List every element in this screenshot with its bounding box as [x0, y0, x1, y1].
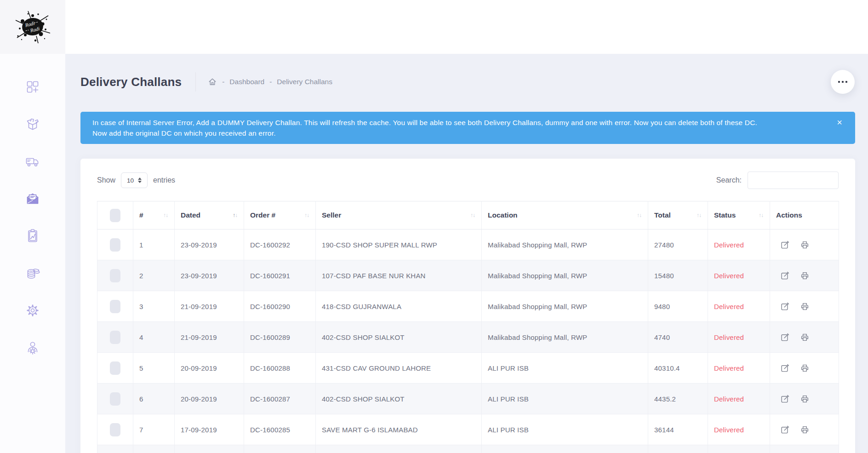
- home-icon[interactable]: [208, 77, 217, 86]
- cell-seller: 402-CSD SHOP SIALKOT: [316, 322, 482, 353]
- cell-seller: 431-CSD CAV GROUND LAHORE: [316, 353, 482, 384]
- row-select-cell: [97, 291, 133, 322]
- brand-logo[interactable]: Radi Radi: [0, 0, 65, 54]
- open-mail-icon: [23, 189, 42, 208]
- breadcrumb-item-dashboard[interactable]: Dashboard: [229, 78, 264, 86]
- cell-actions: [770, 414, 839, 445]
- column-header-actions: Actions: [770, 201, 839, 229]
- sort-arrows-icon: ↑↓: [693, 212, 701, 218]
- page-length-control: Show 10 entries: [97, 172, 175, 188]
- row-select-cell: [97, 414, 133, 445]
- edit-icon: [781, 302, 789, 311]
- breadcrumb-item-delivery-challans[interactable]: Delivery Challans: [277, 78, 332, 86]
- sort-arrows-icon: ↑↓: [633, 212, 641, 218]
- row-select-cell: [97, 384, 133, 414]
- row-checkbox[interactable]: [110, 423, 120, 436]
- column-header-status[interactable]: Status↑↓: [708, 201, 770, 229]
- edit-challan-button[interactable]: [781, 395, 789, 403]
- challans-table: #↑↓Dated↑↓Order #↑↓Seller↑↓Location↑↓Tot…: [97, 201, 839, 453]
- page-title: Delivery Challans: [80, 75, 182, 89]
- row-checkbox[interactable]: [110, 361, 120, 375]
- cell-order: DC-1600285: [244, 414, 316, 445]
- select-all-checkbox[interactable]: [110, 209, 120, 222]
- cell-total: 4435.2: [648, 384, 708, 414]
- cell-total: 27480: [648, 229, 708, 260]
- cell-total: 9480: [648, 291, 708, 322]
- cell-num: 2: [133, 260, 175, 291]
- edit-challan-button[interactable]: [781, 333, 789, 342]
- column-header-seller[interactable]: Seller↑↓: [316, 201, 482, 229]
- page-header: Delivery Challans - Dashboard - Delivery…: [80, 70, 855, 93]
- print-challan-button[interactable]: [800, 425, 809, 434]
- entries-label: entries: [153, 176, 175, 184]
- edit-challan-button[interactable]: [781, 425, 789, 434]
- alert-close-button[interactable]: ×: [834, 117, 845, 128]
- sidebar-item-settings[interactable]: [23, 301, 42, 320]
- print-icon: [800, 271, 809, 280]
- sidebar-item-reports[interactable]: [23, 227, 42, 245]
- cell-status: Delivered: [708, 291, 770, 322]
- column-header-total[interactable]: Total↑↓: [648, 201, 708, 229]
- open-box-icon: [23, 115, 42, 133]
- cell-location: ALI PUR ISB: [482, 353, 648, 384]
- main-content: Delivery Challans - Dashboard - Delivery…: [65, 54, 868, 453]
- cell-dated: 20-09-2019: [175, 353, 244, 384]
- cell-status: Delivered: [708, 260, 770, 291]
- sidebar-item-delivery-challans[interactable]: [23, 189, 42, 208]
- cell-actions: [770, 229, 839, 260]
- search-label: Search:: [716, 176, 742, 184]
- grid-plus-icon: [23, 78, 42, 96]
- edit-challan-button[interactable]: [781, 364, 789, 373]
- sidebar-nav: [0, 54, 65, 357]
- row-checkbox[interactable]: [110, 300, 120, 313]
- column-header-order[interactable]: Order #↑↓: [244, 201, 316, 229]
- print-challan-button[interactable]: [800, 333, 809, 342]
- cell-actions: [770, 384, 839, 414]
- print-challan-button[interactable]: [800, 302, 809, 311]
- edit-icon: [781, 333, 789, 342]
- table-row: 421-09-2019DC-1600289402-CSD SHOP SIALKO…: [97, 322, 839, 353]
- cell-status: Delivered: [708, 229, 770, 260]
- cell-total: 36144: [648, 414, 708, 445]
- edit-challan-button[interactable]: [781, 241, 789, 249]
- cell-location: Malikabad Shopping Mall, RWP: [482, 260, 648, 291]
- cell-actions: [770, 322, 839, 353]
- row-checkbox[interactable]: [110, 392, 120, 406]
- cell-seller: 107-CSD PAF BASE NUR KHAN: [316, 260, 482, 291]
- row-checkbox[interactable]: [110, 331, 120, 344]
- show-label: Show: [97, 176, 115, 184]
- page-size-select[interactable]: 10: [121, 172, 148, 188]
- column-header-dated[interactable]: Dated↑↓: [175, 201, 244, 229]
- row-select-cell: [97, 229, 133, 260]
- sidebar-item-payments[interactable]: [23, 264, 42, 282]
- more-options-button[interactable]: [831, 70, 855, 94]
- edit-challan-button[interactable]: [781, 271, 789, 280]
- breadcrumb: - Dashboard - Delivery Challans: [208, 77, 332, 86]
- search-input[interactable]: [748, 172, 839, 189]
- print-challan-button[interactable]: [800, 364, 809, 373]
- sidebar-item-products[interactable]: [23, 115, 42, 133]
- print-challan-button[interactable]: [800, 271, 809, 280]
- cell-dated: 17-09-2019: [175, 414, 244, 445]
- cell-order: DC-1600292: [244, 229, 316, 260]
- sort-arrows-icon: ↑↓: [160, 212, 168, 218]
- edit-challan-button[interactable]: [781, 302, 789, 311]
- edit-icon: [781, 364, 789, 373]
- row-checkbox[interactable]: [110, 269, 120, 282]
- column-header-[interactable]: #↑↓: [133, 201, 175, 229]
- cell-dated: 21-09-2019: [175, 322, 244, 353]
- cell-dated: 23-09-2019: [175, 229, 244, 260]
- sidebar-item-profile-settings[interactable]: [23, 338, 42, 357]
- table-row: 321-09-2019DC-1600290418-CSD GUJRANWALAM…: [97, 291, 839, 322]
- cell-actions: [770, 291, 839, 322]
- sidebar-item-dashboard[interactable]: [23, 78, 42, 96]
- column-header-location[interactable]: Location↑↓: [482, 201, 648, 229]
- sort-arrows-icon: ↑↓: [229, 212, 237, 218]
- sidebar-item-deliveries[interactable]: [23, 152, 42, 171]
- cell-dated: 20-09-2019: [175, 384, 244, 414]
- cell-actions: [770, 353, 839, 384]
- cell-location: Malikabad Shopping Mall, RWP: [482, 322, 648, 353]
- print-challan-button[interactable]: [800, 241, 809, 249]
- row-checkbox[interactable]: [110, 238, 120, 252]
- print-challan-button[interactable]: [800, 395, 809, 403]
